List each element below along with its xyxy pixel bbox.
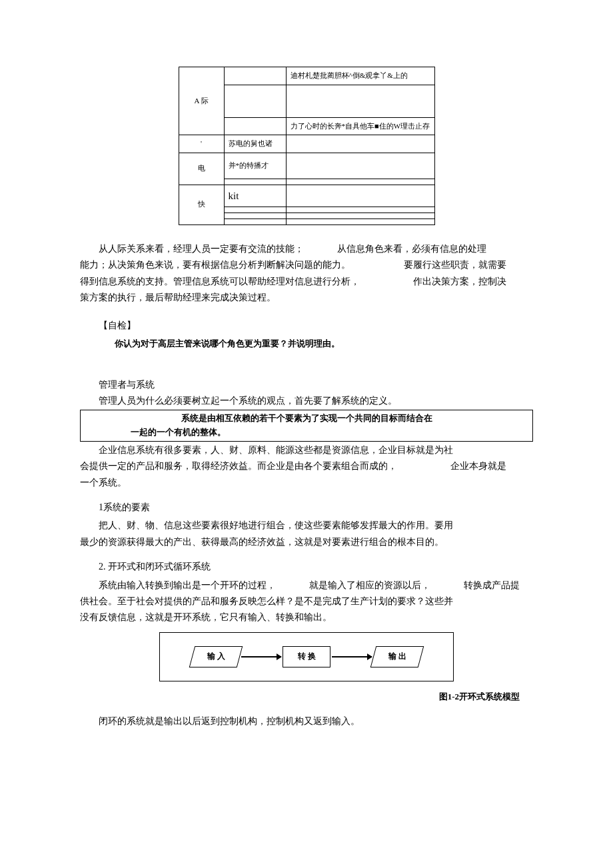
info-table: A 际 迪村札楚批蔺胆杯^倒&观拿丫&上的 力了心时的长奔*自具他车■住的W理击… [179,67,435,225]
t-r9c2 [224,213,286,218]
figure-caption: 图1-2开环式系统模型 [80,690,533,704]
t-r10c2 [224,218,286,224]
t-r7c1: 快 [179,185,224,224]
sec1-head: 1系统的要素 [80,500,533,515]
mgr-sys-intro: 管理人员为什么必须要树立起一个系统的观点，首先要了解系统的定义。 [80,394,533,408]
t-r5c1: 电 [179,153,224,185]
t-r8c3 [286,207,434,213]
arrow-icon [332,656,372,657]
t-r5c2: 并*的特播才 [224,153,286,179]
closing-para: 闭环的系统就是输出以后返到控制机构，控制机构又返到输入。 [80,714,533,729]
definition-box: 系统是由相互依赖的若干个要素为了实现一个共同的目标而结合在 一起的一个有机的整体… [80,410,533,442]
t-r2c3 [286,85,434,117]
sec1-p1: 把人、财、物、信息这些要素很好地进行组合，使这些要素能够发挥最大的作用。要用 [80,518,533,533]
sec2-p3: 没有反馈信息，这就是开环系统，它只有输入、转换和输出。 [80,610,533,625]
sec1-p2: 最少的资源获得最大的产出、获得最高的经济效益，这就是对要素进行组合的根本目的。 [80,535,533,550]
t-r9c3 [286,213,434,218]
def-line1: 系统是由相互依赖的若干个要素为了实现一个共同的目标而结合在 [87,412,526,426]
t-r7c3 [286,185,434,207]
t-r4c2: 苏电的舅也诸 [224,135,286,153]
t-r4c3 [286,135,434,153]
def-line2: 一起的一个有机的整体。 [87,426,526,440]
para-1: 从人际关系来看，经理人员一定要有交流的技能；从信息角色来看，必须有信息的处理 [80,242,533,256]
mgr-sys-head: 管理者与系统 [80,378,533,392]
t-r5c3 [286,153,434,179]
para-4: 策方案的执行，最后帮助经理来完成决策过程。 [80,290,533,305]
para-7: 一个系统。 [80,476,533,490]
t-r7c2: kit [224,185,286,207]
t-r3c3: 力了心时的长奔*自具他车■住的W理击止存 [286,117,434,135]
para-2: 能力；从决策角色来说，要有根据信息分析判断解决问题的能力。要履行这些职责，就需要 [80,258,533,272]
output-box: 输 出 [370,646,424,667]
process-box: 转 换 [283,646,330,667]
para-5: 企业信息系统有很多要素，人、财、原料、能源这些都是资源信息，企业目标就是为社 [80,443,533,458]
sec2-p2: 供社会。至于社会对提供的产品和服务反映怎么样？是不是完成了生产计划的要求？这些并 [80,594,533,609]
t-r3c2 [224,117,286,135]
sec2-p1: 系统由输入转换到输出是一个开环的过程，就是输入了相应的资源以后，转换成产品提 [80,578,533,593]
selfcheck-head: 【自检】 [80,318,533,333]
t-r8c2 [224,207,286,213]
selfcheck-question: 你认为对于高层主管来说哪个角色更为重要？并说明理由。 [80,337,533,351]
t-r2c2 [224,85,286,117]
t-r4c1: ' [179,135,224,153]
open-loop-diagram: 输 入 转 换 输 出 [159,632,454,681]
t-r10c3 [286,218,434,224]
t-r1c3: 迪村札楚批蔺胆杯^倒&观拿丫&上的 [286,67,434,85]
para-6: 会提供一定的产品和服务，取得经济效益。而企业是由各个要素组合而成的，企业本身就是 [80,459,533,474]
input-box: 输 入 [189,646,243,667]
t-r6c3 [286,179,434,185]
t-r6c2 [224,179,286,185]
sec2-head: 2. 开环式和闭环式循环系统 [80,560,533,574]
para-3: 得到信息系统的支持。管理信息系统可以帮助经理对信息进行分析，作出决策方案，控制决 [80,274,533,289]
arrow-icon [241,656,281,657]
t-r1c1: A 际 [179,67,224,135]
t-r1c2 [224,67,286,85]
